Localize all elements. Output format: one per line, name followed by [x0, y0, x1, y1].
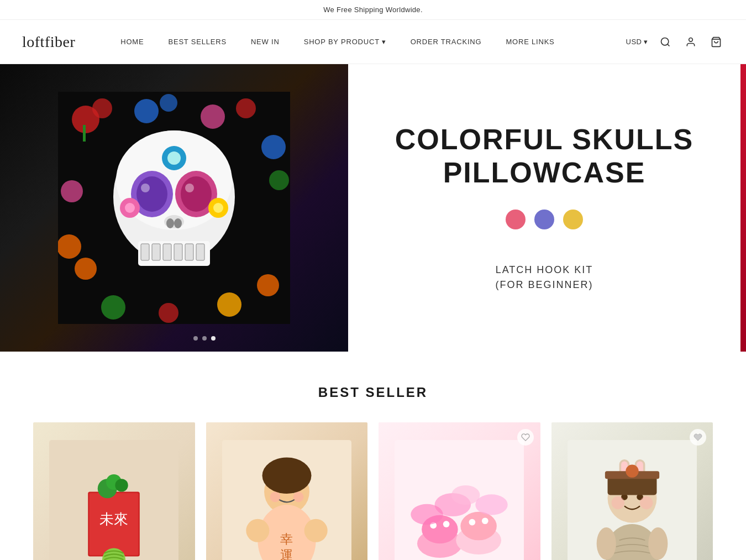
product-card-1[interactable]: 未來 — [33, 422, 195, 560]
product-1-image: 未來 — [49, 440, 178, 560]
slide-dot-1[interactable] — [193, 336, 198, 341]
hero-title: COLORFUL SKULLS PILLOWCASE — [395, 123, 694, 190]
svg-point-27 — [166, 218, 174, 228]
svg-point-91 — [596, 527, 616, 559]
svg-point-85 — [611, 496, 624, 509]
navbar: loftfiber HOME BEST SELLERS NEW IN SHOP … — [0, 20, 746, 64]
svg-point-56 — [270, 492, 280, 503]
svg-rect-34 — [185, 244, 193, 260]
svg-point-72 — [482, 518, 488, 525]
svg-point-8 — [160, 94, 177, 112]
nav-more-links[interactable]: More Links — [493, 38, 566, 46]
product-image-4 — [551, 422, 713, 560]
svg-point-7 — [134, 99, 159, 123]
nav-order-tracking[interactable]: ORDER TRACKING — [398, 38, 494, 46]
product-2-image: 幸 運 — [222, 440, 351, 560]
chevron-down-icon: ▾ — [382, 38, 386, 46]
svg-point-9 — [201, 104, 225, 129]
svg-point-11 — [261, 135, 286, 159]
product-card-4[interactable] — [551, 422, 713, 560]
svg-point-5 — [92, 98, 112, 118]
slide-dot-3[interactable] — [211, 336, 216, 341]
nav-shop-by-product[interactable]: SHOP BY PRODUCT ▾ — [292, 38, 398, 46]
search-button[interactable] — [658, 34, 673, 50]
cart-button[interactable] — [708, 34, 724, 50]
wishlist-button-3[interactable] — [517, 429, 534, 446]
svg-point-39 — [125, 203, 135, 213]
svg-point-42 — [141, 184, 150, 192]
svg-point-37 — [167, 151, 181, 165]
svg-rect-33 — [174, 244, 182, 260]
svg-point-10 — [236, 98, 256, 118]
hero-product-image — [58, 92, 290, 324]
svg-point-57 — [293, 492, 303, 503]
svg-point-1 — [689, 38, 693, 41]
best-seller-title: BEST SELLER — [33, 385, 713, 400]
wishlist-button-4[interactable] — [690, 429, 706, 446]
svg-point-0 — [661, 38, 669, 45]
svg-point-16 — [159, 303, 178, 323]
chevron-down-icon: ▾ — [644, 38, 648, 46]
color-dot-pink[interactable] — [506, 210, 526, 229]
svg-point-15 — [101, 295, 125, 320]
svg-point-75 — [411, 504, 443, 525]
nav-new-in[interactable]: NEW IN — [239, 38, 292, 46]
svg-point-70 — [461, 512, 497, 540]
svg-point-68 — [443, 521, 450, 527]
hero-section: COLORFUL SKULLS PILLOWCASE LATCH HOOK KI… — [0, 64, 746, 352]
banner-text: We Free Shipping Worldwide. — [323, 6, 423, 14]
svg-point-74 — [451, 485, 480, 505]
svg-point-50 — [115, 479, 128, 491]
nav-best-sellers[interactable]: BEST SELLERS — [156, 38, 238, 46]
svg-point-13 — [61, 180, 83, 202]
product-3-image — [395, 440, 524, 560]
nav-links: HOME BEST SELLERS NEW IN SHOP BY PRODUCT… — [108, 38, 626, 46]
svg-point-59 — [262, 458, 311, 494]
nav-home[interactable]: HOME — [108, 38, 156, 46]
color-dot-purple[interactable] — [534, 210, 554, 229]
search-icon — [660, 36, 671, 48]
hero-content: COLORFUL SKULLS PILLOWCASE LATCH HOOK KI… — [348, 64, 740, 352]
product-card-3[interactable] — [379, 422, 540, 560]
svg-point-18 — [257, 274, 279, 296]
nav-icons: USD ▾ — [626, 34, 724, 50]
svg-text:未來: 未來 — [99, 511, 128, 527]
svg-text:運: 運 — [280, 548, 293, 560]
currency-selector[interactable]: USD ▾ — [626, 38, 648, 46]
cart-icon — [711, 36, 722, 48]
svg-rect-6 — [83, 125, 86, 142]
slide-dots — [193, 336, 216, 341]
svg-point-89 — [626, 465, 638, 478]
svg-point-25 — [181, 176, 212, 212]
product-card-2[interactable]: 幸 運 — [206, 422, 368, 560]
account-button[interactable] — [683, 34, 698, 50]
product-4-image — [568, 440, 697, 560]
hero-next-slide-peek — [740, 64, 746, 352]
svg-point-24 — [136, 176, 167, 212]
logo[interactable]: loftfiber — [22, 33, 75, 51]
svg-point-41 — [213, 203, 223, 213]
svg-rect-35 — [196, 244, 204, 260]
product-image-2: 幸 運 — [206, 422, 368, 560]
best-seller-section: BEST SELLER 未來 — [0, 352, 746, 560]
svg-rect-31 — [152, 244, 160, 260]
svg-point-61 — [304, 519, 327, 542]
svg-point-76 — [475, 494, 507, 515]
svg-point-86 — [640, 496, 653, 509]
top-banner: We Free Shipping Worldwide. — [0, 0, 746, 20]
user-icon — [685, 36, 696, 48]
svg-rect-30 — [141, 244, 149, 260]
svg-point-12 — [269, 170, 289, 190]
heart-icon — [521, 433, 530, 442]
hero-image — [0, 64, 348, 352]
heart-icon — [694, 433, 702, 442]
slide-dot-2[interactable] — [202, 336, 207, 341]
svg-point-28 — [174, 218, 182, 228]
product-grid: 未來 — [33, 422, 713, 560]
color-dot-yellow[interactable] — [563, 210, 583, 229]
svg-point-92 — [648, 527, 668, 559]
color-dot-group — [506, 210, 583, 229]
svg-point-43 — [185, 184, 194, 192]
hero-subtitle: LATCH HOOK KIT (FOR BEGINNER) — [495, 263, 593, 292]
product-image-3 — [379, 422, 540, 560]
